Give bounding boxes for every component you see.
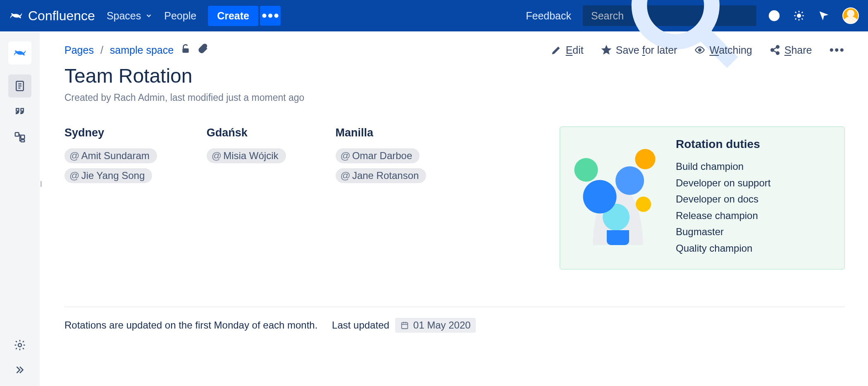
page-content: Sydney@Amit Sundaram@Jie Yang SongGdańsk… xyxy=(64,126,845,269)
duty-item: Build champion xyxy=(676,158,770,175)
breadcrumb-sep: / xyxy=(100,44,103,56)
calendar-icon xyxy=(400,321,409,330)
breadcrumb-pages[interactable]: Pages xyxy=(64,44,94,56)
sidebar-resize-handle[interactable]: || xyxy=(40,180,41,187)
at-symbol: @ xyxy=(341,150,351,162)
global-nav: Confluence Spaces People Create Feedback… xyxy=(0,0,868,31)
user-mention[interactable]: @Jane Rotanson xyxy=(336,168,427,183)
restrictions-button[interactable] xyxy=(180,43,191,57)
share-button[interactable]: Share xyxy=(770,44,812,56)
team-column: Manilla@Omar Darboe@Jane Rotanson xyxy=(336,126,427,188)
page-header-row: Pages / sample space Edit Save for later xyxy=(64,43,845,57)
help-button[interactable] xyxy=(768,10,780,22)
lock-open-icon xyxy=(180,43,191,54)
at-symbol: @ xyxy=(212,150,222,162)
global-search[interactable]: Search xyxy=(583,5,756,26)
save-label: Save for later xyxy=(616,44,677,56)
sidebar-blog[interactable] xyxy=(8,100,31,123)
quote-icon xyxy=(14,105,26,118)
panel-illustration xyxy=(572,138,663,245)
save-for-later-button[interactable]: Save for later xyxy=(601,44,677,56)
share-icon xyxy=(770,45,780,55)
watching-button[interactable]: Watching xyxy=(694,44,752,56)
svg-point-13 xyxy=(699,49,701,52)
user-avatar[interactable] xyxy=(842,7,859,24)
user-mention[interactable]: @Jie Yang Song xyxy=(64,168,152,183)
duty-item: Developer on support xyxy=(676,175,770,191)
page-byline: Created by Rach Admin, last modified jus… xyxy=(64,92,845,103)
nav-people[interactable]: People xyxy=(164,10,196,22)
star-icon xyxy=(601,45,612,55)
attachment-icon xyxy=(198,43,208,54)
page-actions: Edit Save for later Watching Share ••• xyxy=(551,43,845,57)
svg-point-2 xyxy=(274,14,279,18)
sidebar-tree[interactable] xyxy=(8,126,31,149)
more-actions-button[interactable]: ••• xyxy=(829,43,845,57)
team-column: Gdańsk@Misia Wójcik xyxy=(207,126,286,188)
svg-rect-8 xyxy=(15,133,19,136)
nav-feedback[interactable]: Feedback xyxy=(526,10,571,22)
user-mention[interactable]: @Misia Wójcik xyxy=(207,148,286,163)
duty-item: Bugmaster xyxy=(676,224,770,240)
nav-spaces-label: Spaces xyxy=(107,10,141,22)
sidebar-space-settings[interactable] xyxy=(14,339,26,353)
edit-button[interactable]: Edit xyxy=(551,44,584,56)
svg-point-6 xyxy=(797,14,800,17)
svg-rect-17 xyxy=(402,322,408,329)
duty-item: Quality champion xyxy=(676,240,770,257)
pencil-icon xyxy=(551,45,562,55)
attachments-button[interactable] xyxy=(198,43,208,57)
product-name: Confluence xyxy=(28,8,95,24)
help-icon xyxy=(768,10,780,21)
at-symbol: @ xyxy=(69,170,79,181)
team-city: Sydney xyxy=(64,126,157,139)
date-lozenge[interactable]: 01 May 2020 xyxy=(395,318,476,333)
confluence-logo-icon xyxy=(9,9,23,23)
duty-item: Developer on docs xyxy=(676,191,770,207)
footer-note: Rotations are updated on the first Monda… xyxy=(64,319,317,331)
duty-item: Release champion xyxy=(676,207,770,224)
page-title: Team Rotation xyxy=(64,64,845,87)
notifications-button[interactable] xyxy=(818,10,830,22)
team-column: Sydney@Amit Sundaram@Jie Yang Song xyxy=(64,126,157,188)
mention-name: Misia Wójcik xyxy=(223,150,278,162)
gear-icon xyxy=(14,339,26,351)
footer-updated-label: Last updated xyxy=(332,319,389,331)
create-more-button[interactable] xyxy=(260,6,281,26)
app-shell: || Pages / sample space xyxy=(0,31,868,386)
notification-icon xyxy=(818,10,830,21)
space-logo-icon xyxy=(13,46,27,60)
duties-list: Build championDeveloper on supportDevelo… xyxy=(676,158,770,257)
teams-columns: Sydney@Amit Sundaram@Jie Yang SongGdańsk… xyxy=(64,126,543,188)
page-main: Pages / sample space Edit Save for later xyxy=(40,31,868,386)
product-brand[interactable]: Confluence xyxy=(9,8,95,24)
edit-label: Edit xyxy=(566,44,584,56)
user-mention[interactable]: @Omar Darboe xyxy=(336,148,420,163)
panel-title: Rotation duties xyxy=(676,138,770,151)
settings-button[interactable] xyxy=(793,10,805,22)
svg-point-11 xyxy=(18,343,21,347)
sidebar-expand[interactable] xyxy=(14,364,26,378)
mention-name: Jane Rotanson xyxy=(352,170,419,181)
watching-label: Watching xyxy=(709,44,752,56)
breadcrumb-space[interactable]: sample space xyxy=(110,44,174,56)
space-logo[interactable] xyxy=(8,41,31,64)
ellipsis-icon xyxy=(260,5,281,26)
team-city: Gdańsk xyxy=(207,126,286,139)
space-sidebar: || xyxy=(0,31,40,386)
create-button[interactable]: Create xyxy=(208,6,258,26)
create-group: Create xyxy=(208,6,281,26)
date-value: 01 May 2020 xyxy=(413,319,471,331)
user-mention[interactable]: @Amit Sundaram xyxy=(64,148,157,163)
nav-people-label: People xyxy=(164,10,196,22)
divider xyxy=(64,307,845,307)
nav-icon-group xyxy=(768,7,859,24)
svg-point-14 xyxy=(776,45,779,48)
at-symbol: @ xyxy=(69,150,79,162)
svg-point-15 xyxy=(771,49,774,52)
svg-point-5 xyxy=(773,18,775,19)
sidebar-pages[interactable] xyxy=(8,74,31,98)
mention-name: Amit Sundaram xyxy=(81,150,149,162)
svg-point-0 xyxy=(262,14,266,18)
nav-spaces[interactable]: Spaces xyxy=(107,10,153,22)
